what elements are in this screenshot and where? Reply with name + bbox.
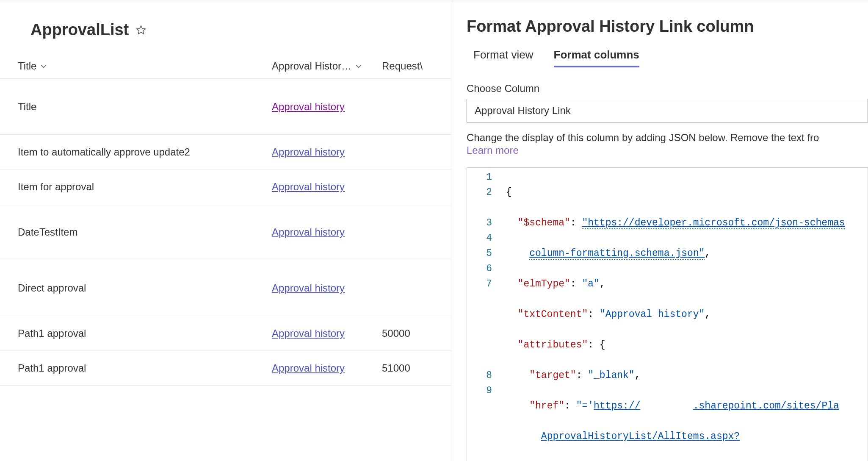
table-row[interactable]: TitleApproval history [0, 79, 452, 135]
learn-more-link[interactable]: Learn more [467, 144, 519, 156]
editor-code[interactable]: { "$schema": "https://developer.microsof… [498, 168, 845, 461]
approval-history-link[interactable]: Approval history [272, 362, 345, 374]
approval-history-link[interactable]: Approval history [272, 328, 345, 339]
tab-format-view[interactable]: Format view [473, 48, 534, 67]
tab-format-columns[interactable]: Format columns [554, 48, 639, 67]
pane-title: Format Approval History Link column [467, 17, 868, 36]
list-title: ApprovalList [30, 21, 129, 39]
cell-title: Direct approval [18, 282, 272, 294]
choose-column-value: Approval History Link [475, 105, 571, 117]
app-root: ApprovalList Title Approval Histor… [0, 0, 868, 461]
column-header-title-label: Title [18, 60, 36, 72]
column-header-title[interactable]: Title [18, 60, 272, 72]
column-header-request-label: Request\ [382, 60, 423, 72]
choose-column-label: Choose Column [467, 83, 868, 94]
list-grid: Title Approval Histor… Request\ TitleApp… [0, 53, 452, 386]
chevron-down-icon [355, 62, 362, 70]
column-header-request[interactable]: Request\ [382, 60, 452, 72]
table-row[interactable]: Path1 approvalApproval history50000 [0, 316, 452, 351]
cell-title: Item to automatically approve update2 [18, 146, 272, 158]
approval-history-link[interactable]: Approval history [272, 226, 345, 238]
cell-history-link: Approval history [272, 362, 382, 374]
approval-history-link[interactable]: Approval history [272, 101, 345, 112]
grid-header: Title Approval Histor… Request\ [0, 53, 452, 79]
favorite-star-icon[interactable] [129, 25, 147, 36]
table-row[interactable]: Path1 approvalApproval history51000 [0, 351, 452, 386]
cell-title: Path1 approval [18, 328, 272, 339]
cell-request: 50000 [382, 328, 452, 339]
cell-title: DateTestItem [18, 226, 272, 238]
format-pane: Format Approval History Link column Form… [452, 0, 868, 461]
table-row[interactable]: DateTestItemApproval history [0, 204, 452, 260]
column-header-history-label: Approval Histor… [272, 60, 351, 72]
table-row[interactable]: Item for approvalApproval history [0, 169, 452, 204]
chevron-down-icon [40, 62, 47, 70]
choose-column-dropdown[interactable]: Approval History Link [467, 99, 868, 122]
format-tabs: Format view Format columns [467, 48, 868, 67]
cell-history-link: Approval history [272, 146, 382, 158]
table-row[interactable]: Direct approvalApproval history [0, 260, 452, 316]
approval-history-link[interactable]: Approval history [272, 146, 345, 158]
cell-title: Path1 approval [18, 362, 272, 374]
column-header-history[interactable]: Approval Histor… [272, 60, 382, 72]
editor-gutter: 1 2 3 4 5 6 7 8 9 [467, 168, 498, 461]
cell-history-link: Approval history [272, 101, 382, 113]
cell-title: Item for approval [18, 181, 272, 193]
cell-title: Title [18, 101, 272, 113]
cell-history-link: Approval history [272, 226, 382, 238]
approval-history-link[interactable]: Approval history [272, 181, 345, 192]
json-editor[interactable]: 1 2 3 4 5 6 7 8 9 { "$schema": "https://… [467, 167, 868, 461]
list-pane: ApprovalList Title Approval Histor… [0, 0, 452, 461]
cell-history-link: Approval history [272, 328, 382, 339]
cell-history-link: Approval history [272, 282, 382, 294]
table-row[interactable]: Item to automatically approve update2App… [0, 135, 452, 169]
cell-request: 51000 [382, 362, 452, 374]
cell-history-link: Approval history [272, 181, 382, 193]
approval-history-link[interactable]: Approval history [272, 282, 345, 294]
format-help-text: Change the display of this column by add… [467, 132, 868, 144]
list-title-row: ApprovalList [0, 0, 452, 53]
